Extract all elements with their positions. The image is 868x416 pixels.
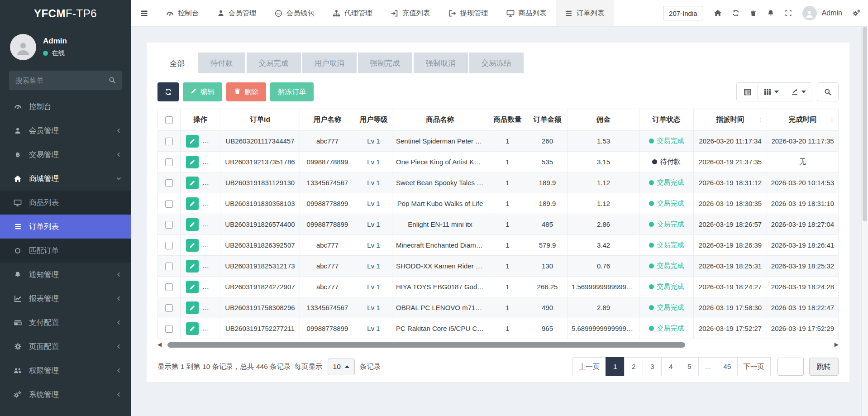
row-checkbox[interactable] [165,200,173,208]
sidebar-item-0[interactable]: 控制台 [0,95,131,119]
select-all-checkbox[interactable] [165,116,173,124]
scroll-right-arrow-icon[interactable]: ▶ [835,341,839,348]
edit-row-button[interactable] [186,239,199,252]
refresh-button[interactable] [157,82,179,101]
row-checkbox[interactable] [165,263,173,270]
pagination: 上一页12345...45下一页 [572,357,771,376]
tab-2[interactable]: 交易完成 [247,53,301,73]
jump-button[interactable]: 跳转 [809,358,839,376]
tab-label: 交易冻结 [482,59,511,67]
home-icon[interactable] [714,9,722,17]
sidebar-toggle-button[interactable] [131,0,157,26]
row-checkbox[interactable] [165,242,173,249]
sidebar-item-7[interactable]: 通知管理 [0,263,131,287]
topnav-item-6[interactable]: 商品列表 [497,0,556,26]
sidebar-item-12[interactable]: 系统管理 [0,383,131,406]
edit-row-button[interactable] [186,135,199,148]
page-button-3[interactable]: 3 [643,357,662,376]
topnav-item-4[interactable]: 充值列表 [382,0,439,26]
horizontal-scrollbar-thumb[interactable] [167,342,685,348]
page-button-1[interactable]: 1 [606,357,625,376]
edit-row-button[interactable] [186,301,199,314]
column-header-label: 订单id [250,115,270,123]
tab-4[interactable]: 强制完成 [358,53,412,73]
sidebar-item-8[interactable]: 报表管理 [0,287,131,311]
admin-menu[interactable]: Admin [802,6,842,20]
status-dot-icon [649,180,654,185]
topnav-item-2[interactable]: cc会员钱包 [266,0,324,26]
row-checkbox[interactable] [165,158,173,166]
paging-toggle-button[interactable] [736,82,758,101]
topnav-item-3[interactable]: 代理管理 [324,0,382,26]
sidebar-item-1[interactable]: 会员管理 [0,119,131,143]
trash-icon[interactable] [750,10,757,17]
fullscreen-icon[interactable] [785,10,792,17]
sidebar-item-6[interactable]: 匹配订单 [0,239,131,263]
column-header-label: 用户名称 [314,115,342,123]
menu-search-input[interactable] [9,71,122,90]
circle-icon [12,247,23,254]
refresh-icon[interactable] [732,10,739,17]
sidebar-item-9[interactable]: 支付配置 [0,311,131,335]
tab-0[interactable]: 全部 [157,53,197,75]
page-button-2[interactable]: 2 [624,357,643,376]
commission-cell: 0.76 [568,256,639,277]
tab-6[interactable]: 交易冻结 [469,53,524,73]
caret-up-icon [345,365,349,368]
row-checkbox[interactable] [165,325,173,333]
sidebar-item-11[interactable]: 权限管理 [0,359,131,383]
page-button-5[interactable]: 5 [680,357,699,376]
edit-row-button[interactable] [186,281,199,293]
search-toggle-button[interactable] [817,82,839,101]
export-button[interactable] [785,82,812,101]
main-content: 全部待付款交易完成用户取消强制完成强制取消交易冻结 编辑 删除 解冻订单 [131,27,868,416]
topnav-item-5[interactable]: 提现管理 [439,0,497,26]
tab-1[interactable]: 待付款 [198,53,245,73]
topnav-item-7[interactable]: 订单列表 [556,0,614,26]
bell-icon[interactable] [767,10,774,17]
sidebar-item-10[interactable]: 页面配置 [0,335,131,359]
unfreeze-orders-button[interactable]: 解冻订单 [270,82,314,101]
vertical-scrollbar-thumb[interactable] [863,27,867,221]
column-header-10[interactable]: 完成时间 [767,109,839,131]
next-page-button[interactable]: 下一页 [737,357,771,376]
edit-row-button[interactable] [186,260,199,273]
row-checkbox[interactable] [165,138,173,145]
status-dot-icon [649,201,654,206]
table-header-row: 操作订单id用户名称用户等级商品名称商品数量订单金额佣金订单状态指派时间完成时间 [158,109,839,131]
sort-icon[interactable] [758,117,763,123]
tab-5[interactable]: 强制取消 [414,53,468,73]
page-button-4[interactable]: 4 [661,357,680,376]
column-header-9[interactable]: 指派时间 [694,109,767,131]
page-size-dropdown[interactable]: 10 [328,359,355,375]
row-checkbox[interactable] [165,283,173,291]
user-level-cell: Lv 1 [355,152,392,172]
site-selector-button[interactable]: 207-India [663,6,703,20]
row-checkbox[interactable] [165,179,173,187]
edit-row-button[interactable] [186,218,199,231]
topnav-item-1[interactable]: 会员管理 [208,0,266,26]
edit-row-button[interactable] [186,322,199,335]
sidebar-item-5[interactable]: 订单列表 [0,215,131,239]
edit-row-button[interactable] [186,197,199,210]
edit-button[interactable]: 编辑 [183,82,222,101]
tab-3[interactable]: 用户取消 [302,53,357,73]
delete-button[interactable]: 删除 [226,82,266,101]
page-button-45[interactable]: 45 [717,357,737,376]
edit-row-button[interactable] [186,177,199,189]
jump-page-input[interactable] [777,358,804,376]
edit-row-button[interactable] [186,156,199,168]
prev-page-button[interactable]: 上一页 [572,357,606,376]
row-checkbox[interactable] [165,221,173,229]
commission-cell: 2.86 [568,214,639,235]
topnav-item-0[interactable]: 控制台 [157,0,208,26]
scroll-left-arrow-icon[interactable]: ◀ [157,341,162,348]
settings-gears-icon[interactable] [853,10,861,17]
sidebar-item-4[interactable]: 商品列表 [0,191,131,215]
columns-button[interactable] [758,82,785,101]
row-checkbox[interactable] [165,304,173,312]
sidebar-item-3[interactable]: 商城管理 [0,167,131,191]
page-button-...[interactable]: ... [698,357,717,376]
sidebar-item-2[interactable]: ฿交易管理 [0,143,131,167]
sort-icon[interactable] [829,117,835,123]
